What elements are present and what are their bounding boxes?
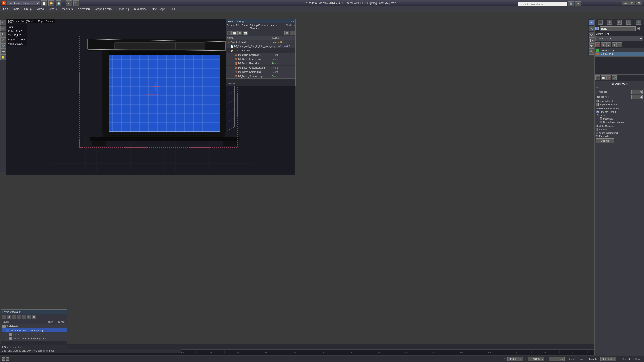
rotate-btn[interactable]: ↻ xyxy=(0,31,6,37)
tab-hierarchy[interactable]: ⬡ xyxy=(589,31,594,37)
layer-scrollbar[interactable] xyxy=(1,341,67,344)
new-btn[interactable]: 📄 xyxy=(41,0,47,6)
minimize-btn[interactable]: ─ xyxy=(622,1,629,5)
asset-row-diffuse[interactable]: 🖼 DJ_Booth_Diffuse.png Found xyxy=(226,53,296,57)
mod-wire[interactable]: ⬜ xyxy=(601,75,606,80)
search-input[interactable] xyxy=(518,2,567,6)
panel-icon-4[interactable]: ⛓ xyxy=(626,20,631,24)
explicit-normals-checkbox[interactable]: Explicit Normals xyxy=(596,103,643,106)
mod-link2[interactable]: 🔗 xyxy=(612,75,617,80)
mod-pin2[interactable]: 📌 xyxy=(606,75,611,80)
modifier-editable-poly[interactable]: Editable Poly xyxy=(595,52,644,56)
tab-utility[interactable]: 🔨 xyxy=(589,49,594,54)
asset-row-glossiness[interactable]: 🖼 DJ_Booth_Glossiness.png Found xyxy=(226,66,296,70)
smooth-result-check[interactable]: ✓ xyxy=(596,110,599,113)
asset-scrollbar[interactable] xyxy=(226,78,296,82)
menu-maxscript[interactable]: MAXScript xyxy=(150,7,167,11)
always-radio[interactable]: Always xyxy=(596,128,643,131)
tab-modify[interactable]: 🔧 xyxy=(589,26,594,31)
asset-tool-1[interactable]: ⬛ xyxy=(227,31,232,35)
set-key-btn[interactable]: Set Key xyxy=(618,358,626,361)
scale-btn[interactable]: ⤢ xyxy=(0,37,6,43)
asset-menu-paths[interactable]: Paths xyxy=(242,24,248,29)
smoothing-check[interactable] xyxy=(600,121,602,123)
tab-display[interactable]: 👁 xyxy=(589,43,594,49)
asset-row-specular[interactable]: 🖼 DJ_Booth_Specular.png Found xyxy=(226,74,296,78)
asset-row-vault[interactable]: 🔒 Autodesk Vault Logged O... xyxy=(226,40,296,44)
iterations-input[interactable] xyxy=(631,90,643,94)
mod-show2[interactable]: ⬛ xyxy=(596,75,600,80)
panel-icon-1[interactable]: ⬛ xyxy=(598,20,603,24)
mod-apply[interactable]: ✓ xyxy=(606,42,611,47)
move-btn[interactable]: ✛ xyxy=(0,26,6,31)
explicit-check[interactable] xyxy=(596,103,599,106)
object-color-btn[interactable]: ▼ xyxy=(636,27,640,30)
manually-radio[interactable]: Manually xyxy=(596,135,643,138)
menu-edit[interactable]: Edit xyxy=(1,7,10,11)
close-btn[interactable]: ✕ xyxy=(636,1,642,5)
menu-create[interactable]: Create xyxy=(46,7,59,11)
asset-row-maps[interactable]: 📁 Maps / Shaders xyxy=(226,48,296,53)
panel-icon-5[interactable]: 📎 xyxy=(636,20,641,24)
asset-menu-server[interactable]: Server xyxy=(227,24,234,29)
asset-tool-refresh[interactable]: ↺ xyxy=(284,31,290,35)
asset-close-btn[interactable]: ✕ xyxy=(292,20,294,23)
redo-btn[interactable]: ↪ xyxy=(73,0,79,6)
object-color-swatch[interactable] xyxy=(596,27,599,30)
asset-min-btn[interactable]: ─ xyxy=(288,20,290,23)
asset-row-fresnel[interactable]: 🖼 DJ_Booth_Fresnel.png Found xyxy=(226,61,296,66)
asset-row-normal[interactable]: 🖼 DJ_Booth_Normal.png Found xyxy=(226,70,296,74)
layer-row-dj[interactable]: O DJ_Stand_with_Blue_Lighting ··· xyxy=(2,328,67,333)
when-rendering-radio-btn[interactable] xyxy=(596,132,598,134)
materials-checkbox[interactable]: Materials xyxy=(600,117,643,120)
manually-radio-btn[interactable] xyxy=(596,135,598,137)
open-btn[interactable]: 📂 xyxy=(48,0,54,6)
modifier-list-dropdown[interactable]: Modifier List xyxy=(596,36,643,41)
key-mode-select[interactable]: Selected xyxy=(600,357,616,361)
key-filters-btn[interactable]: Key Filters... xyxy=(628,358,642,361)
layer-row-stand[interactable]: ▷ Stand xyxy=(2,333,67,337)
select-btn[interactable]: ↖ xyxy=(0,20,6,25)
asset-tool-3[interactable]: ≡ xyxy=(238,31,242,35)
menu-rendering[interactable]: Rendering xyxy=(114,7,131,11)
layer-select[interactable]: ↑ xyxy=(17,315,21,319)
layer-collapse[interactable]: ≡ xyxy=(32,315,36,319)
layer-close-btn[interactable]: ✕ xyxy=(64,310,66,313)
auto-key-btn[interactable]: Auto Key xyxy=(589,358,599,361)
asset-tool-help[interactable]: ? xyxy=(290,31,295,35)
layer-new[interactable]: + xyxy=(2,315,6,319)
menu-group[interactable]: Group xyxy=(22,7,34,11)
asset-menu-bitmap[interactable]: Bitmap Performance and Memory xyxy=(250,24,284,29)
mod-pin[interactable]: 📌 xyxy=(596,42,600,47)
panel-icon-3[interactable]: ⚙ xyxy=(617,20,622,24)
layer-help-btn[interactable]: ? xyxy=(62,310,64,313)
layer-highlight[interactable]: ✦ xyxy=(22,315,26,319)
tab-create[interactable]: ✦ xyxy=(589,20,594,25)
isoline-checkbox[interactable]: Isoline Display xyxy=(596,100,643,102)
asset-max-btn[interactable]: □ xyxy=(290,20,292,23)
layer-find[interactable]: 🔍 xyxy=(27,315,31,319)
asset-row-maxfile[interactable]: 📄 DJ_Stand_with_Blue_Lighting_max_vray.m… xyxy=(226,44,296,48)
menu-modifiers[interactable]: Modifiers xyxy=(60,7,75,11)
asset-menu-file[interactable]: File xyxy=(236,24,240,29)
tab-motion[interactable]: ▷ xyxy=(589,37,594,43)
menu-graph-editors[interactable]: Graph Editors xyxy=(92,7,114,11)
when-rendering-radio[interactable]: When Rendering xyxy=(596,131,643,134)
light-btn[interactable]: 💡 xyxy=(0,55,6,60)
materials-check[interactable] xyxy=(600,117,602,120)
help-btn[interactable]: ? xyxy=(575,1,581,7)
layer-row-default[interactable]: L 0 (default) ... ... xyxy=(2,324,67,328)
menu-views[interactable]: Views xyxy=(34,7,46,11)
asset-tool-4[interactable]: 📊 xyxy=(243,31,248,35)
modifier-turbosmooth[interactable]: TurboSmooth xyxy=(595,49,644,52)
update-btn[interactable]: Update xyxy=(596,138,614,143)
camera-btn[interactable]: 📷 xyxy=(0,49,6,54)
search-btn[interactable]: 🔍 xyxy=(568,1,574,7)
menu-help[interactable]: Help xyxy=(167,7,178,11)
render-iters-input[interactable] xyxy=(631,95,643,99)
layer-add-obj[interactable]: ↓ xyxy=(12,315,16,319)
menu-customize[interactable]: Customize xyxy=(132,7,149,11)
save-btn[interactable]: 💾 xyxy=(56,0,62,6)
isoline-check[interactable] xyxy=(596,100,599,102)
mod-delete[interactable]: ✕ xyxy=(617,42,622,47)
